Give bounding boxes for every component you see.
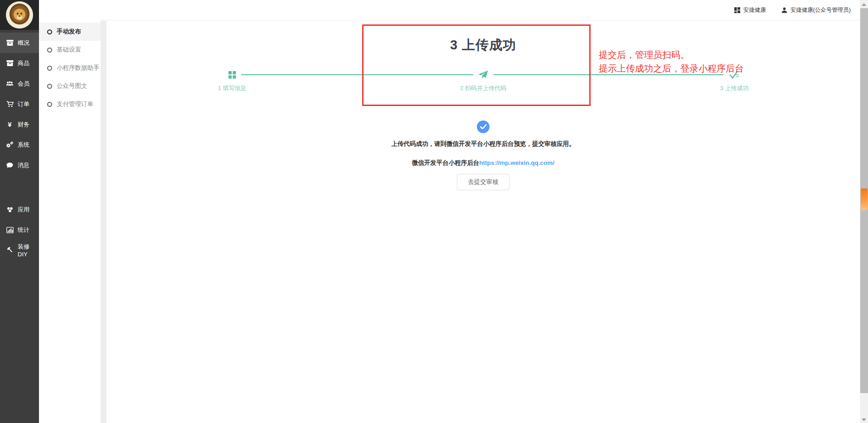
submenu-item-official-account-articles[interactable]: 公众号图文: [39, 77, 101, 95]
comment-icon: [6, 162, 14, 169]
sidebar-item-label: 应用: [18, 206, 29, 214]
paper-plane-icon: [473, 68, 493, 82]
submenu-item-label: 基础设置: [57, 46, 81, 54]
scroll-up-arrow-icon[interactable]: [862, 3, 866, 6]
wizard-step-label: 3 上传成功: [720, 84, 749, 92]
archive-icon: [6, 60, 14, 67]
radio-circle-icon: [47, 48, 52, 53]
submenu-item-label: 支付管理订单: [57, 100, 93, 108]
page-scrollbar-thumb[interactable]: [860, 8, 868, 393]
submenu-item-manual-publish[interactable]: 手动发布: [39, 23, 101, 41]
orange-scroll-marker: [861, 188, 868, 210]
submenu-item-basic-settings[interactable]: 基础设置: [39, 41, 101, 59]
sidebar-item-label: 订单: [18, 100, 29, 108]
submenu-item-label: 手动发布: [57, 28, 81, 36]
sidebar-item-finance[interactable]: ¥ 财务: [0, 114, 39, 135]
sidebar-item-label: 系统: [18, 141, 29, 149]
sidebar-item-label: 商品: [18, 59, 29, 67]
sidebar-item-label: 消息: [18, 161, 29, 169]
sidebar-item-statistics[interactable]: 统计: [0, 220, 39, 240]
submenu-scrollbar-track[interactable]: [101, 21, 107, 423]
sidebar-item-system[interactable]: 系统: [0, 135, 39, 155]
primary-nav: 概况 商品 会员 订单 ¥ 财务 系统: [0, 33, 39, 260]
grid-icon: [223, 68, 241, 82]
cogs-icon: [6, 141, 14, 149]
radio-circle-icon: [47, 84, 52, 89]
cubes-icon: [6, 206, 14, 213]
sidebar-item-apps[interactable]: 应用: [0, 199, 39, 220]
wizard-steps: 1 填写信息 2 扫码并上传代码 3 上传成功: [107, 68, 860, 96]
upload-success-message: 上传代码成功，请到微信开发平台小程序后台预览，提交审核应用。: [107, 140, 860, 148]
app-name: 安捷健康: [743, 6, 766, 14]
success-check-row: [107, 120, 860, 133]
wizard-step-3: 3 上传成功: [609, 68, 860, 96]
user-menu[interactable]: 安捷健康(公众号管理员): [781, 6, 851, 14]
submenu-item-miniprogram-data-helper[interactable]: 小程序数据助手: [39, 59, 101, 77]
check-list-icon: [723, 68, 745, 82]
hammer-icon: [6, 247, 14, 254]
user-name: 安捷健康(公众号管理员): [790, 6, 851, 14]
wizard-step-label: 2 扫码并上传代码: [460, 84, 506, 92]
top-header: 安捷健康 安捷健康(公众号管理员): [101, 0, 860, 20]
scroll-down-arrow-icon[interactable]: [862, 418, 866, 421]
radio-circle-icon: [47, 66, 52, 71]
sidebar-item-label: 会员: [18, 80, 29, 88]
sidebar-item-orders[interactable]: 订单: [0, 94, 39, 114]
lion-logo-avatar: [6, 1, 33, 29]
wizard-step-1: 1 填写信息: [107, 68, 358, 96]
radio-circle-icon: [47, 102, 52, 107]
grid-icon: [734, 7, 740, 13]
sidebar-item-goods[interactable]: 商品: [0, 53, 39, 73]
platform-label: 微信开发平台小程序后台: [412, 159, 480, 166]
sidebar-item-label: 统计: [18, 226, 29, 234]
bar-chart-icon: [6, 226, 14, 234]
cart-icon: [6, 101, 14, 108]
secondary-sidebar: 手动发布 基础设置 小程序数据助手 公众号图文 支付管理订单: [39, 0, 101, 423]
nav-spacer: [0, 175, 39, 199]
users-icon: [6, 80, 14, 87]
user-icon: [781, 7, 787, 13]
logo-block[interactable]: [0, 0, 39, 30]
primary-sidebar: 概况 商品 会员 订单 ¥ 财务 系统: [0, 0, 39, 423]
wizard-step-2: 2 扫码并上传代码: [358, 68, 609, 96]
radio-circle-icon: [47, 29, 52, 34]
wizard-step-label: 1 填写信息: [218, 84, 247, 92]
sidebar-item-label: 财务: [18, 120, 29, 129]
go-submit-review-button[interactable]: 去提交审核: [457, 174, 509, 190]
yen-icon: ¥: [6, 121, 14, 128]
submenu-item-payment-orders[interactable]: 支付管理订单: [39, 95, 101, 113]
sidebar-item-messages[interactable]: 消息: [0, 155, 39, 175]
platform-link-row: 微信开发平台小程序后台https://mp.weixin.qq.com/: [107, 159, 860, 167]
blue-check-icon: [477, 120, 490, 133]
app-switcher[interactable]: 安捷健康: [734, 6, 766, 14]
submenu-item-label: 小程序数据助手: [57, 64, 100, 72]
main-content: 3 上传成功 1 填写信息 2 扫码并上传代码 3 上传成功 上传代码成功，请到…: [107, 21, 860, 423]
page-scrollbar-track[interactable]: [860, 0, 868, 423]
submit-button-row: 去提交审核: [107, 174, 860, 190]
submenu-item-label: 公众号图文: [57, 82, 87, 90]
platform-link[interactable]: https://mp.weixin.qq.com/: [479, 159, 554, 166]
sidebar-item-decorate-diy[interactable]: 装修DIY: [0, 240, 39, 260]
sidebar-item-overview[interactable]: 概况: [0, 33, 39, 53]
sidebar-item-label: 概况: [18, 39, 29, 47]
archive-icon: [6, 39, 14, 47]
sidebar-item-label: 装修DIY: [18, 243, 39, 258]
sidebar-item-members[interactable]: 会员: [0, 73, 39, 94]
wizard-step-title: 3 上传成功: [107, 36, 860, 54]
